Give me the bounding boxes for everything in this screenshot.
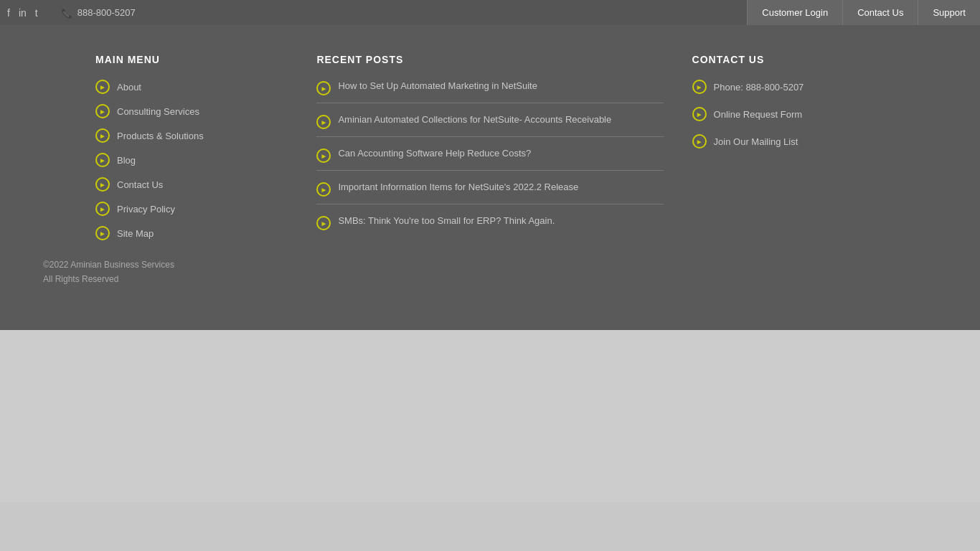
post-item-1[interactable]: ► Aminian Automated Collections for NetS… [316, 113, 663, 137]
contact-us-title: CONTACT US [692, 54, 885, 65]
circle-arrow-icon: ► [692, 107, 707, 121]
menu-label-privacy: Privacy Policy [117, 204, 175, 215]
circle-arrow-icon: ► [95, 153, 110, 167]
menu-label-sitemap: Site Map [117, 228, 154, 239]
footer-bottom: ©2022 Aminian Business Services All Righ… [0, 250, 980, 309]
circle-arrow-icon: ► [316, 149, 331, 163]
contact-mailing-label: Join Our Mailing List [714, 136, 798, 147]
contact-request-label: Online Request Form [714, 109, 803, 120]
menu-label-products: Products & Solutions [117, 131, 204, 141]
top-bar: f in t 📞 888-800-5207 Customer Login Con… [0, 0, 980, 25]
top-bar-right: Customer Login Contact Us Support [747, 0, 980, 25]
circle-arrow-icon: ► [95, 104, 110, 118]
menu-item-sitemap[interactable]: ► Site Map [95, 226, 288, 240]
menu-label-blog: Blog [117, 155, 136, 166]
contact-phone-label: Phone: 888-800-5207 [714, 82, 804, 93]
post-label-1: Aminian Automated Collections for NetSui… [338, 113, 611, 126]
contact-mailing-item[interactable]: ► Join Our Mailing List [692, 134, 885, 149]
footer-main-menu-col: MAIN MENU ► About ► Consulting Services … [81, 54, 302, 250]
phone-icon: 📞 [61, 7, 73, 19]
contact-us-top-link[interactable]: Contact Us [842, 0, 918, 25]
circle-arrow-icon: ► [316, 182, 331, 197]
menu-label-consulting: Consulting Services [117, 106, 199, 117]
menu-item-privacy[interactable]: ► Privacy Policy [95, 202, 288, 216]
post-label-4: SMBs: Think You're too Small for ERP? Th… [338, 215, 555, 227]
contact-phone-item[interactable]: ► Phone: 888-800-5207 [692, 80, 885, 94]
circle-arrow-icon: ► [316, 216, 331, 230]
post-item-4[interactable]: ► SMBs: Think You're too Small for ERP? … [316, 215, 663, 237]
post-label-2: Can Accounting Software Help Reduce Cost… [338, 147, 531, 160]
twitter-icon[interactable]: t [35, 7, 38, 19]
menu-item-contact[interactable]: ► Contact Us [95, 177, 288, 192]
top-bar-left: f in t 📞 888-800-5207 [0, 7, 143, 19]
menu-label-contact: Contact Us [117, 179, 163, 190]
circle-arrow-icon: ► [95, 80, 110, 94]
menu-item-blog[interactable]: ► Blog [95, 153, 288, 167]
facebook-icon[interactable]: f [7, 7, 10, 19]
support-link[interactable]: Support [918, 0, 980, 25]
circle-arrow-icon: ► [692, 134, 707, 149]
contact-request-item[interactable]: ► Online Request Form [692, 107, 885, 121]
footer-contact-col: CONTACT US ► Phone: 888-800-5207 ► Onlin… [678, 54, 899, 250]
post-item-0[interactable]: ► How to Set Up Automated Marketing in N… [316, 80, 663, 103]
post-label-3: Important Information Items for NetSuite… [338, 181, 578, 194]
circle-arrow-icon: ► [692, 80, 707, 94]
menu-item-about[interactable]: ► About [95, 80, 288, 94]
circle-arrow-icon: ► [95, 202, 110, 216]
copyright-line2: All Rights Reserved [43, 272, 937, 286]
linkedin-icon[interactable]: in [19, 7, 27, 19]
footer: MAIN MENU ► About ► Consulting Services … [0, 25, 980, 330]
footer-recent-posts-col: RECENT POSTS ► How to Set Up Automated M… [302, 54, 677, 250]
circle-arrow-icon: ► [316, 115, 331, 129]
menu-item-consulting[interactable]: ► Consulting Services [95, 104, 288, 118]
customer-login-link[interactable]: Customer Login [747, 0, 842, 25]
menu-item-products[interactable]: ► Products & Solutions [95, 128, 288, 143]
post-item-3[interactable]: ► Important Information Items for NetSui… [316, 181, 663, 204]
recent-posts-title: RECENT POSTS [316, 54, 663, 65]
main-menu-title: MAIN MENU [95, 54, 288, 65]
phone-area: 📞 888-800-5207 [54, 7, 143, 19]
post-label-0: How to Set Up Automated Marketing in Net… [338, 80, 537, 93]
circle-arrow-icon: ► [316, 81, 331, 95]
post-item-2[interactable]: ► Can Accounting Software Help Reduce Co… [316, 147, 663, 171]
circle-arrow-icon: ► [95, 177, 110, 192]
menu-label-about: About [117, 82, 141, 93]
footer-inner: MAIN MENU ► About ► Consulting Services … [60, 54, 920, 250]
circle-arrow-icon: ► [95, 128, 110, 143]
circle-arrow-icon: ► [95, 226, 110, 240]
copyright-line1: ©2022 Aminian Business Services [43, 258, 937, 272]
light-area [0, 330, 980, 502]
phone-number: 888-800-5207 [77, 7, 136, 18]
